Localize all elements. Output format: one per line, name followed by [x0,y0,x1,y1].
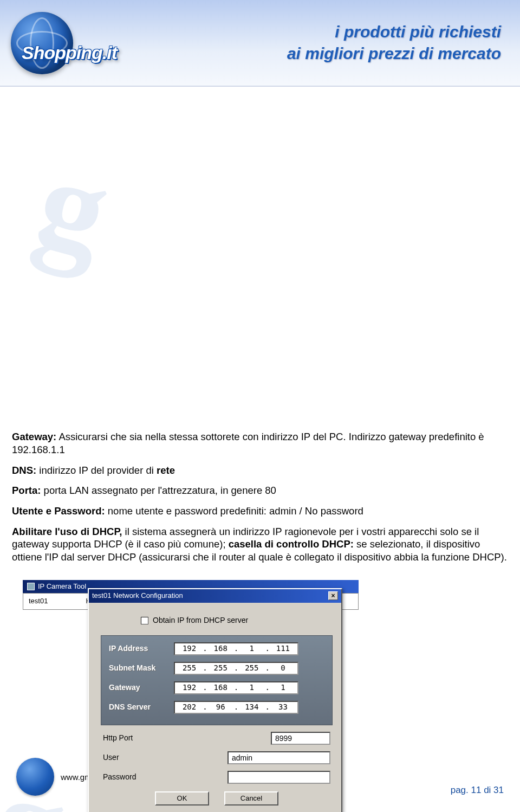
app-icon [27,583,35,590]
subnet-mask-field[interactable]: 255.255.255.0 [174,662,298,675]
label-gateway: Gateway: [12,431,56,442]
logo: Shopping.it [11,12,73,74]
password-field[interactable] [227,771,330,784]
ip-group: IP Address 192.168.1.111 Subnet Mask 255… [101,635,333,725]
password-label: Password [103,772,168,782]
mask-label: Subnet Mask [109,663,174,673]
dhcp-checkbox-label: Obtain IP from DHCP server [153,616,248,626]
close-button[interactable]: × [328,591,338,600]
user-label: User [103,753,168,763]
para-gateway: Gateway: Assicurarsi che sia nella stess… [12,430,508,456]
dhcp-checkbox[interactable] [141,617,148,624]
watermark-icon: g [21,118,520,407]
cancel-button[interactable]: Cancel [224,791,278,805]
para-dhcp: Abilitare l'uso di DHCP, il sistema asse… [12,525,508,564]
logo-text: Shopping.it [22,42,117,63]
gateway-label: Gateway [109,683,174,693]
header-banner: Shopping.it i prodotti più richiesti ai … [0,0,520,87]
camera-name: test01 [29,597,48,606]
tool-title: IP Camera Tool [38,582,86,591]
ip-label: IP Address [109,644,174,654]
para-porta: Porta: porta LAN assegnato per l'attrezz… [12,484,508,497]
tool-window: IP Camera Tool test01 Http://192.168. te… [23,580,359,812]
gateway-field[interactable]: 192.168.1.1 [174,681,298,694]
dns-label: DNS Server [109,703,174,712]
user-field[interactable]: admin [227,751,330,764]
label-dhcp: Abilitare l'uso di DHCP, [12,526,122,537]
label-porta: Porta: [12,485,41,496]
tagline-1: i prodotti più richiesti [287,21,501,43]
dialog-title: test01 Network Configuration [92,591,183,601]
screenshot-embed: IP Camera Tool test01 Http://192.168. te… [12,580,508,812]
tagline-2: ai migliori prezzi di mercato [287,43,501,65]
header-tagline: i prodotti più richiesti ai migliori pre… [287,21,509,65]
para-dns: DNS: indirizzo IP del provider di rete [12,464,508,477]
port-label: Http Port [103,733,168,743]
page-content: g g Gateway: Assicurarsi che sia nella s… [0,87,520,812]
ip-address-field[interactable]: 192.168.1.111 [174,642,298,655]
ok-button[interactable]: OK [155,791,209,805]
dialog-titlebar: test01 Network Configuration × [89,589,341,603]
label-userpass: Utente e Password: [12,505,105,517]
http-port-field[interactable]: 8999 [271,732,330,745]
para-userpass: Utente e Password: nome utente e passwor… [12,505,508,518]
network-config-dialog: test01 Network Configuration × Obtain IP… [88,588,342,812]
dns-field[interactable]: 202.96.134.33 [174,701,298,714]
label-dns: DNS: [12,465,36,476]
